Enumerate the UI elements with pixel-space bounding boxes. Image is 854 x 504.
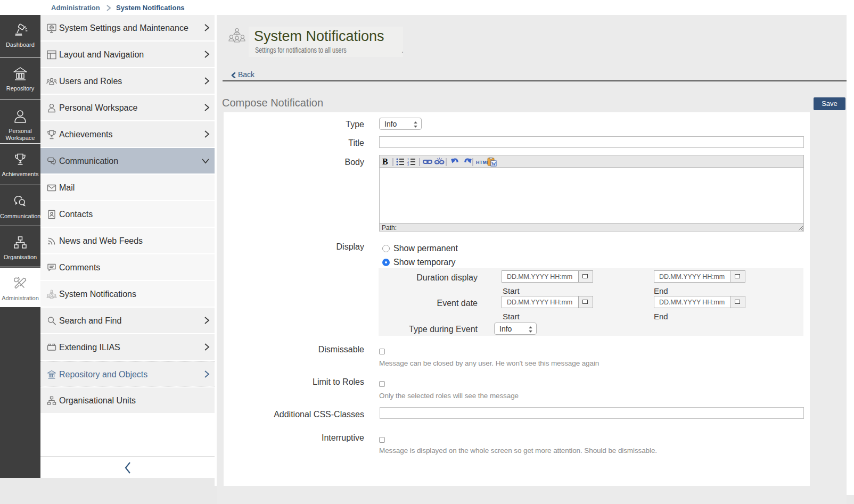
svg-text:W: W: [491, 161, 496, 167]
svg-text:3: 3: [407, 163, 409, 166]
svg-text:B: B: [382, 157, 388, 166]
